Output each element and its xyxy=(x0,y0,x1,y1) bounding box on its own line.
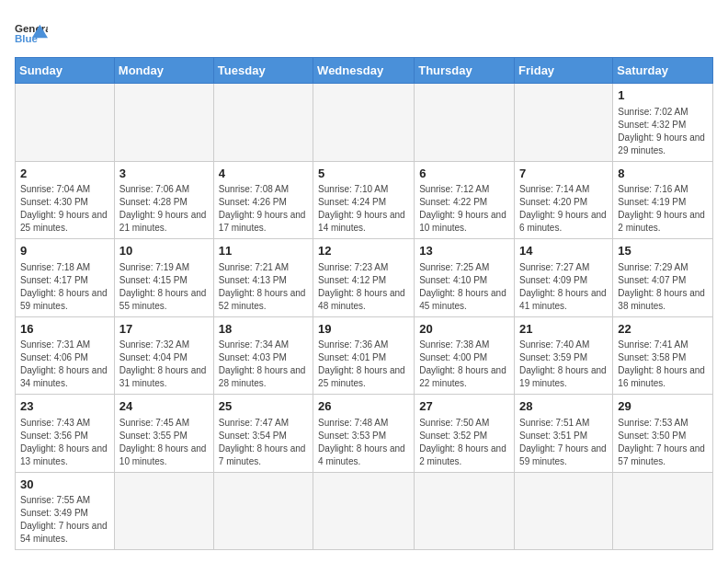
day-number: 2 xyxy=(20,166,109,182)
calendar-cell xyxy=(415,84,515,162)
logo: General Blue xyxy=(15,15,48,48)
day-info: Sunrise: 7:51 AM Sunset: 3:51 PM Dayligh… xyxy=(519,417,608,468)
week-row-3: 16Sunrise: 7:31 AM Sunset: 4:06 PM Dayli… xyxy=(16,316,713,395)
day-number: 13 xyxy=(419,243,509,259)
week-row-4: 23Sunrise: 7:43 AM Sunset: 3:56 PM Dayli… xyxy=(16,395,713,473)
calendar-cell: 29Sunrise: 7:53 AM Sunset: 3:50 PM Dayli… xyxy=(613,395,713,473)
day-info: Sunrise: 7:47 AM Sunset: 3:54 PM Dayligh… xyxy=(219,417,308,468)
calendar-cell xyxy=(114,84,213,162)
calendar-cell: 6Sunrise: 7:12 AM Sunset: 4:22 PM Daylig… xyxy=(415,161,515,239)
calendar-cell: 2Sunrise: 7:04 AM Sunset: 4:30 PM Daylig… xyxy=(16,161,115,239)
calendar-cell: 12Sunrise: 7:23 AM Sunset: 4:12 PM Dayli… xyxy=(313,239,415,317)
day-info: Sunrise: 7:02 AM Sunset: 4:32 PM Dayligh… xyxy=(618,106,708,157)
day-number: 17 xyxy=(119,321,209,338)
calendar-cell: 27Sunrise: 7:50 AM Sunset: 3:52 PM Dayli… xyxy=(415,395,515,473)
calendar-cell xyxy=(613,472,713,550)
day-info: Sunrise: 7:16 AM Sunset: 4:19 PM Dayligh… xyxy=(618,183,708,235)
calendar-body: 1Sunrise: 7:02 AM Sunset: 4:32 PM Daylig… xyxy=(16,84,713,550)
day-number: 3 xyxy=(119,166,209,182)
calendar-cell: 8Sunrise: 7:16 AM Sunset: 4:19 PM Daylig… xyxy=(613,161,713,239)
calendar-cell: 22Sunrise: 7:41 AM Sunset: 3:58 PM Dayli… xyxy=(613,316,713,395)
day-info: Sunrise: 7:27 AM Sunset: 4:09 PM Dayligh… xyxy=(519,261,608,313)
day-number: 23 xyxy=(20,398,109,415)
calendar-cell: 14Sunrise: 7:27 AM Sunset: 4:09 PM Dayli… xyxy=(515,239,613,317)
calendar-cell xyxy=(313,84,415,162)
day-info: Sunrise: 7:19 AM Sunset: 4:15 PM Dayligh… xyxy=(119,261,209,313)
day-number: 14 xyxy=(519,243,608,259)
week-row-5: 30Sunrise: 7:55 AM Sunset: 3:49 PM Dayli… xyxy=(16,472,713,550)
day-number: 12 xyxy=(318,243,409,259)
calendar-cell xyxy=(515,472,613,550)
calendar-cell: 17Sunrise: 7:32 AM Sunset: 4:04 PM Dayli… xyxy=(114,316,213,395)
day-info: Sunrise: 7:36 AM Sunset: 4:01 PM Dayligh… xyxy=(318,339,409,390)
day-info: Sunrise: 7:55 AM Sunset: 3:49 PM Dayligh… xyxy=(20,494,109,546)
day-number: 7 xyxy=(519,166,608,182)
day-number: 24 xyxy=(119,398,209,415)
day-number: 18 xyxy=(219,321,308,338)
days-of-week-row: SundayMondayTuesdayWednesdayThursdayFrid… xyxy=(16,58,713,84)
calendar-cell xyxy=(415,472,515,550)
week-row-0: 1Sunrise: 7:02 AM Sunset: 4:32 PM Daylig… xyxy=(16,84,713,162)
day-number: 30 xyxy=(20,477,109,493)
calendar-cell xyxy=(16,84,115,162)
day-number: 15 xyxy=(618,243,708,259)
day-number: 5 xyxy=(318,166,409,182)
calendar-cell: 18Sunrise: 7:34 AM Sunset: 4:03 PM Dayli… xyxy=(213,316,313,395)
day-info: Sunrise: 7:31 AM Sunset: 4:06 PM Dayligh… xyxy=(20,339,109,390)
week-row-1: 2Sunrise: 7:04 AM Sunset: 4:30 PM Daylig… xyxy=(16,161,713,239)
calendar-cell: 1Sunrise: 7:02 AM Sunset: 4:32 PM Daylig… xyxy=(613,84,713,162)
calendar-cell: 24Sunrise: 7:45 AM Sunset: 3:55 PM Dayli… xyxy=(114,395,213,473)
day-info: Sunrise: 7:53 AM Sunset: 3:50 PM Dayligh… xyxy=(618,417,708,468)
day-of-week-thursday: Thursday xyxy=(415,58,515,84)
calendar-cell: 20Sunrise: 7:38 AM Sunset: 4:00 PM Dayli… xyxy=(415,316,515,395)
day-info: Sunrise: 7:18 AM Sunset: 4:17 PM Dayligh… xyxy=(20,261,109,313)
day-of-week-saturday: Saturday xyxy=(613,58,713,84)
calendar-cell: 3Sunrise: 7:06 AM Sunset: 4:28 PM Daylig… xyxy=(114,161,213,239)
calendar-cell: 11Sunrise: 7:21 AM Sunset: 4:13 PM Dayli… xyxy=(213,239,313,317)
calendar-cell xyxy=(114,472,213,550)
header: General Blue xyxy=(15,15,713,48)
calendar-cell xyxy=(313,472,415,550)
calendar-cell: 23Sunrise: 7:43 AM Sunset: 3:56 PM Dayli… xyxy=(16,395,115,473)
calendar-cell: 4Sunrise: 7:08 AM Sunset: 4:26 PM Daylig… xyxy=(213,161,313,239)
day-info: Sunrise: 7:45 AM Sunset: 3:55 PM Dayligh… xyxy=(119,417,209,468)
day-info: Sunrise: 7:43 AM Sunset: 3:56 PM Dayligh… xyxy=(20,417,109,468)
calendar-cell xyxy=(213,472,313,550)
day-info: Sunrise: 7:29 AM Sunset: 4:07 PM Dayligh… xyxy=(618,261,708,313)
day-number: 1 xyxy=(618,87,708,104)
day-number: 28 xyxy=(519,398,608,415)
day-number: 8 xyxy=(618,166,708,182)
day-info: Sunrise: 7:12 AM Sunset: 4:22 PM Dayligh… xyxy=(419,183,509,235)
day-number: 21 xyxy=(519,321,608,338)
calendar-cell: 9Sunrise: 7:18 AM Sunset: 4:17 PM Daylig… xyxy=(16,239,115,317)
day-number: 25 xyxy=(219,398,308,415)
day-number: 16 xyxy=(20,321,109,338)
calendar-header: SundayMondayTuesdayWednesdayThursdayFrid… xyxy=(16,58,713,84)
day-number: 29 xyxy=(618,398,708,415)
day-info: Sunrise: 7:23 AM Sunset: 4:12 PM Dayligh… xyxy=(318,261,409,313)
day-number: 4 xyxy=(219,166,308,182)
day-number: 27 xyxy=(419,398,509,415)
calendar-cell: 30Sunrise: 7:55 AM Sunset: 3:49 PM Dayli… xyxy=(16,472,115,550)
day-number: 26 xyxy=(318,398,409,415)
day-number: 6 xyxy=(419,166,509,182)
calendar-cell xyxy=(515,84,613,162)
day-info: Sunrise: 7:14 AM Sunset: 4:20 PM Dayligh… xyxy=(519,183,608,235)
day-number: 10 xyxy=(119,243,209,259)
logo-icon: General Blue xyxy=(15,15,48,48)
calendar-cell xyxy=(213,84,313,162)
day-info: Sunrise: 7:34 AM Sunset: 4:03 PM Dayligh… xyxy=(219,339,308,390)
day-info: Sunrise: 7:41 AM Sunset: 3:58 PM Dayligh… xyxy=(618,339,708,390)
day-of-week-friday: Friday xyxy=(515,58,613,84)
day-info: Sunrise: 7:21 AM Sunset: 4:13 PM Dayligh… xyxy=(219,261,308,313)
calendar-table: SundayMondayTuesdayWednesdayThursdayFrid… xyxy=(15,57,713,550)
day-of-week-tuesday: Tuesday xyxy=(213,58,313,84)
day-number: 9 xyxy=(20,243,109,259)
calendar-cell: 25Sunrise: 7:47 AM Sunset: 3:54 PM Dayli… xyxy=(213,395,313,473)
calendar-cell: 16Sunrise: 7:31 AM Sunset: 4:06 PM Dayli… xyxy=(16,316,115,395)
day-info: Sunrise: 7:08 AM Sunset: 4:26 PM Dayligh… xyxy=(219,183,308,235)
day-number: 20 xyxy=(419,321,509,338)
week-row-2: 9Sunrise: 7:18 AM Sunset: 4:17 PM Daylig… xyxy=(16,239,713,317)
day-number: 11 xyxy=(219,243,308,259)
calendar-cell: 19Sunrise: 7:36 AM Sunset: 4:01 PM Dayli… xyxy=(313,316,415,395)
